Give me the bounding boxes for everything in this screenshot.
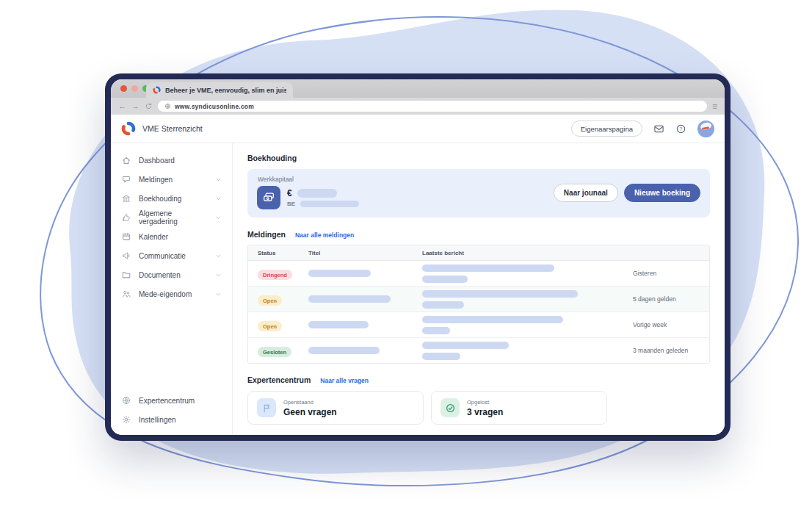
bericht-placeholder <box>422 353 460 360</box>
sidebar-item-label: Expertencentrum <box>139 397 195 405</box>
column-header-status: Status <box>248 250 308 256</box>
meldingen-section-title: Meldingen <box>247 230 286 239</box>
opgelost-card[interactable]: Opgelost 3 vragen <box>431 391 607 425</box>
table-row[interactable]: Gesloten 3 maanden geleden <box>248 338 709 363</box>
sidebar-item-label: Kalender <box>139 233 168 241</box>
reload-icon[interactable] <box>145 102 153 110</box>
card-label: Opgelost <box>467 399 503 406</box>
sidebar-item-dashboard[interactable]: Dashboard <box>111 151 232 170</box>
expertencentrum-section-title: Expertencentrum <box>247 375 311 384</box>
money-square-badge <box>257 186 280 209</box>
check-circle-icon <box>445 403 456 414</box>
sidebar-item-algemene-vergadering[interactable]: Algemene vergadering <box>111 208 232 227</box>
row-time: 3 maanden geleden <box>633 347 709 354</box>
globe-icon <box>121 395 131 406</box>
flag-icon <box>261 403 272 414</box>
mail-icon[interactable] <box>653 123 664 134</box>
sidebar-item-label: Instellingen <box>139 416 176 424</box>
titel-placeholder <box>308 321 369 328</box>
sidebar-item-mede-eigendom[interactable]: Mede-eigendom <box>111 284 232 303</box>
iban-country-code: BE <box>287 201 295 207</box>
table-row[interactable]: Open Vorige week <box>248 312 709 338</box>
naar-journaal-button[interactable]: Naar jounaal <box>554 184 618 202</box>
chevron-down-icon <box>215 291 222 298</box>
sidebar-item-boekhouding[interactable]: Boekhouding <box>111 189 232 208</box>
megaphone-icon <box>121 251 131 261</box>
sidebar-item-kalender[interactable]: Kalender <box>111 227 232 246</box>
table-row[interactable]: Dringend Gisteren <box>248 261 709 287</box>
close-window-button[interactable] <box>120 85 127 92</box>
card-value: Geen vragen <box>283 407 337 417</box>
sidebar-item-label: Dashboard <box>139 156 175 165</box>
sidebar: Dashboard Meldingen Boekhouding <box>111 143 233 435</box>
app-name: VME Sterrenzicht <box>142 124 203 133</box>
card-label: Openstaand <box>283 399 337 406</box>
werkkapitaal-label: Werkkapitaal <box>258 176 359 183</box>
minimize-window-button[interactable] <box>131 85 138 92</box>
app-page: VME Sterrenzicht Eigenaarspagina ? <box>111 115 725 435</box>
titel-placeholder <box>308 270 371 277</box>
home-icon <box>121 155 131 165</box>
column-header-laatste-bericht: Laatste bericht <box>422 250 633 256</box>
bericht-placeholder <box>422 290 578 298</box>
url-text: www.syndicusonline.com <box>175 103 254 110</box>
sidebar-item-meldingen[interactable]: Meldingen <box>111 170 232 189</box>
browser-tab[interactable]: Beheer je VME, eenvoudig, slim en juist! <box>146 82 293 98</box>
chevron-down-icon <box>215 195 222 202</box>
currency-symbol: € <box>287 188 292 198</box>
status-badge: Gesloten <box>258 347 291 357</box>
iban-placeholder <box>300 201 359 207</box>
table-row[interactable]: Open 5 dagen gelden <box>248 287 709 312</box>
chat-icon <box>121 174 131 184</box>
back-icon[interactable]: ← <box>118 102 126 110</box>
owner-page-button[interactable]: Eigenaarspagina <box>571 120 642 137</box>
page: Beheer je VME, eenvoudig, slim en juist!… <box>0 0 812 529</box>
forward-icon[interactable]: → <box>131 102 139 110</box>
help-icon[interactable]: ? <box>675 123 686 134</box>
bericht-placeholder <box>422 301 464 309</box>
sidebar-item-label: Documenten <box>139 271 181 279</box>
naar-alle-meldingen-link[interactable]: Naar alle meldingen <box>295 231 354 239</box>
meldingen-table: Status Titel Laatste bericht Dringend <box>247 245 710 364</box>
sidebar-item-label: Mede-eigendom <box>139 290 192 298</box>
chevron-down-icon <box>215 176 222 183</box>
people-icon <box>121 289 131 299</box>
user-avatar[interactable] <box>697 120 714 137</box>
openstaand-card[interactable]: Openstaand Geen vragen <box>247 391 424 425</box>
sidebar-item-documenten[interactable]: Documenten <box>111 265 232 284</box>
status-badge: Open <box>258 295 282 306</box>
column-header-titel: Titel <box>308 250 422 256</box>
svg-text:?: ? <box>680 126 683 132</box>
nieuwe-boeking-button[interactable]: Nieuwe boeking <box>624 184 700 202</box>
browser-tab-bar: Beheer je VME, eenvoudig, slim en juist! <box>111 79 725 98</box>
sidebar-item-communicatie[interactable]: Communicatie <box>111 246 232 265</box>
favicon-logo-icon <box>153 86 161 94</box>
folder-icon <box>121 270 131 280</box>
chevron-down-icon <box>215 253 222 259</box>
sidebar-item-label: Meldingen <box>139 176 173 184</box>
werkkapitaal-card: Werkkapitaal <box>247 169 710 217</box>
tab-title: Beheer je VME, eenvoudig, slim en juist! <box>165 87 286 94</box>
row-time: Vorige week <box>633 321 709 328</box>
card-value: 3 vragen <box>467 407 503 417</box>
browser-url-bar: ← → www.syndicusonline.com ≡ <box>111 98 725 115</box>
browser-window: Beheer je VME, eenvoudig, slim en juist!… <box>105 73 731 441</box>
bericht-placeholder <box>422 276 468 283</box>
sidebar-item-instellingen[interactable]: Instellingen <box>111 410 232 429</box>
thumbs-up-icon <box>121 212 131 223</box>
calendar-icon <box>121 231 131 242</box>
row-time: Gisteren <box>633 270 709 277</box>
sidebar-item-expertencentrum[interactable]: Expertencentrum <box>111 391 232 410</box>
browser-menu-icon[interactable]: ≡ <box>712 102 717 111</box>
bericht-placeholder <box>422 316 563 323</box>
window-controls <box>120 85 149 92</box>
bericht-placeholder <box>422 264 554 272</box>
address-bar[interactable]: www.syndicusonline.com <box>158 101 707 112</box>
titel-placeholder <box>308 347 380 354</box>
boekhouding-section-title: Boekhouding <box>247 154 710 162</box>
naar-alle-vragen-link[interactable]: Naar alle vragen <box>320 377 369 384</box>
gear-icon <box>121 414 131 425</box>
bericht-placeholder <box>422 327 450 334</box>
bank-icon <box>121 193 131 204</box>
status-badge: Open <box>258 321 282 331</box>
